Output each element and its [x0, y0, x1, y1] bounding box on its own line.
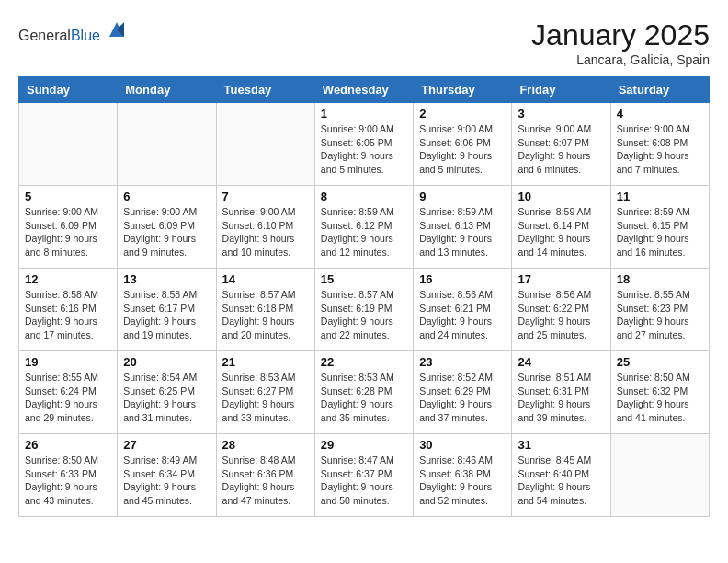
day-number: 16: [419, 272, 506, 286]
week-row-2: 12Sunrise: 8:58 AMSunset: 6:16 PMDayligh…: [19, 269, 710, 351]
day-info: Sunrise: 8:55 AMSunset: 6:24 PMDaylight:…: [25, 371, 111, 425]
day-cell: 21Sunrise: 8:53 AMSunset: 6:27 PMDayligh…: [216, 351, 314, 434]
day-number: 26: [25, 438, 111, 452]
day-info: Sunrise: 8:56 AMSunset: 6:22 PMDaylight:…: [518, 288, 604, 342]
day-cell: 29Sunrise: 8:47 AMSunset: 6:37 PMDayligh…: [314, 434, 413, 517]
day-number: 12: [25, 272, 111, 286]
day-number: 13: [123, 272, 210, 286]
day-number: 22: [321, 355, 407, 369]
day-info: Sunrise: 8:56 AMSunset: 6:21 PMDaylight:…: [419, 288, 506, 342]
day-number: 4: [617, 107, 703, 121]
calendar-body: 1Sunrise: 9:00 AMSunset: 6:05 PMDaylight…: [19, 103, 710, 517]
calendar-table: SundayMondayTuesdayWednesdayThursdayFrid…: [18, 76, 710, 517]
day-info: Sunrise: 9:00 AMSunset: 6:05 PMDaylight:…: [321, 122, 407, 177]
day-info: Sunrise: 8:57 AMSunset: 6:19 PMDaylight:…: [321, 288, 407, 342]
day-cell: [19, 103, 118, 186]
day-cell: 20Sunrise: 8:54 AMSunset: 6:25 PMDayligh…: [118, 351, 216, 434]
day-number: 24: [518, 355, 604, 369]
day-info: Sunrise: 8:45 AMSunset: 6:40 PMDaylight:…: [518, 454, 604, 508]
day-number: 6: [123, 190, 210, 203]
day-cell: 4Sunrise: 9:00 AMSunset: 6:08 PMDaylight…: [610, 103, 709, 186]
weekday-header-friday: Friday: [512, 77, 610, 103]
day-cell: 23Sunrise: 8:52 AMSunset: 6:29 PMDayligh…: [414, 351, 512, 434]
day-info: Sunrise: 8:47 AMSunset: 6:37 PMDaylight:…: [321, 454, 407, 508]
day-number: 8: [321, 190, 407, 203]
page-header: GeneralBlue January 2025 Lancara, Galici…: [18, 18, 710, 67]
day-number: 23: [419, 355, 506, 369]
day-info: Sunrise: 9:00 AMSunset: 6:09 PMDaylight:…: [25, 205, 111, 259]
day-cell: 26Sunrise: 8:50 AMSunset: 6:33 PMDayligh…: [19, 434, 118, 517]
day-cell: 18Sunrise: 8:55 AMSunset: 6:23 PMDayligh…: [610, 269, 709, 351]
day-info: Sunrise: 8:49 AMSunset: 6:34 PMDaylight:…: [123, 454, 210, 508]
day-cell: 15Sunrise: 8:57 AMSunset: 6:19 PMDayligh…: [314, 269, 413, 351]
day-number: 30: [419, 438, 506, 452]
week-row-1: 5Sunrise: 9:00 AMSunset: 6:09 PMDaylight…: [19, 186, 710, 269]
day-cell: 27Sunrise: 8:49 AMSunset: 6:34 PMDayligh…: [118, 434, 216, 517]
day-number: 27: [123, 438, 210, 452]
day-number: 10: [518, 190, 604, 203]
day-number: 2: [419, 107, 506, 121]
day-number: 9: [419, 190, 506, 203]
day-cell: 11Sunrise: 8:59 AMSunset: 6:15 PMDayligh…: [610, 186, 709, 269]
day-info: Sunrise: 9:00 AMSunset: 6:06 PMDaylight:…: [419, 122, 506, 177]
day-info: Sunrise: 9:00 AMSunset: 6:08 PMDaylight:…: [617, 122, 703, 177]
day-info: Sunrise: 9:00 AMSunset: 6:09 PMDaylight:…: [123, 205, 210, 259]
logo-general-text: General: [18, 28, 71, 43]
day-info: Sunrise: 8:54 AMSunset: 6:25 PMDaylight:…: [123, 371, 210, 425]
weekday-header-saturday: Saturday: [610, 77, 709, 103]
logo-blue-text: Blue: [71, 28, 100, 43]
weekday-header-tuesday: Tuesday: [216, 77, 314, 103]
day-info: Sunrise: 9:00 AMSunset: 6:10 PMDaylight:…: [222, 205, 309, 259]
day-info: Sunrise: 8:59 AMSunset: 6:15 PMDaylight:…: [617, 205, 703, 259]
day-number: 28: [222, 438, 309, 452]
day-number: 15: [321, 272, 407, 286]
logo-icon: [106, 18, 128, 40]
logo: GeneralBlue: [18, 18, 128, 44]
weekday-header-thursday: Thursday: [414, 77, 512, 103]
day-info: Sunrise: 8:55 AMSunset: 6:23 PMDaylight:…: [617, 288, 703, 342]
day-number: 11: [617, 190, 703, 203]
weekday-header-sunday: Sunday: [19, 77, 118, 103]
weekday-header-wednesday: Wednesday: [314, 77, 413, 103]
week-row-4: 26Sunrise: 8:50 AMSunset: 6:33 PMDayligh…: [19, 434, 710, 517]
day-info: Sunrise: 8:53 AMSunset: 6:27 PMDaylight:…: [222, 371, 309, 425]
day-info: Sunrise: 8:50 AMSunset: 6:33 PMDaylight:…: [25, 454, 111, 508]
calendar-subtitle: Lancara, Galicia, Spain: [531, 52, 710, 67]
week-row-3: 19Sunrise: 8:55 AMSunset: 6:24 PMDayligh…: [19, 351, 710, 434]
day-number: 3: [518, 107, 604, 121]
day-cell: 17Sunrise: 8:56 AMSunset: 6:22 PMDayligh…: [512, 269, 610, 351]
week-row-0: 1Sunrise: 9:00 AMSunset: 6:05 PMDaylight…: [19, 103, 710, 186]
day-cell: 22Sunrise: 8:53 AMSunset: 6:28 PMDayligh…: [314, 351, 413, 434]
day-number: 14: [222, 272, 309, 286]
day-info: Sunrise: 8:48 AMSunset: 6:36 PMDaylight:…: [222, 454, 309, 508]
day-number: 18: [617, 272, 703, 286]
day-cell: 10Sunrise: 8:59 AMSunset: 6:14 PMDayligh…: [512, 186, 610, 269]
day-info: Sunrise: 8:57 AMSunset: 6:18 PMDaylight:…: [222, 288, 309, 342]
day-info: Sunrise: 8:58 AMSunset: 6:17 PMDaylight:…: [123, 288, 210, 342]
day-cell: 9Sunrise: 8:59 AMSunset: 6:13 PMDaylight…: [414, 186, 512, 269]
day-number: 5: [25, 190, 111, 203]
day-cell: 19Sunrise: 8:55 AMSunset: 6:24 PMDayligh…: [19, 351, 118, 434]
day-number: 20: [123, 355, 210, 369]
weekday-header-row: SundayMondayTuesdayWednesdayThursdayFrid…: [19, 77, 710, 103]
day-cell: 25Sunrise: 8:50 AMSunset: 6:32 PMDayligh…: [610, 351, 709, 434]
day-info: Sunrise: 8:51 AMSunset: 6:31 PMDaylight:…: [518, 371, 604, 425]
day-info: Sunrise: 8:50 AMSunset: 6:32 PMDaylight:…: [617, 371, 703, 425]
day-info: Sunrise: 8:58 AMSunset: 6:16 PMDaylight:…: [25, 288, 111, 342]
day-info: Sunrise: 9:00 AMSunset: 6:07 PMDaylight:…: [518, 122, 604, 177]
day-cell: 14Sunrise: 8:57 AMSunset: 6:18 PMDayligh…: [216, 269, 314, 351]
day-number: 7: [222, 190, 309, 203]
day-cell: [118, 103, 216, 186]
day-cell: 12Sunrise: 8:58 AMSunset: 6:16 PMDayligh…: [19, 269, 118, 351]
day-cell: 6Sunrise: 9:00 AMSunset: 6:09 PMDaylight…: [118, 186, 216, 269]
day-number: 25: [617, 355, 703, 369]
day-number: 31: [518, 438, 604, 452]
day-cell: [610, 434, 709, 517]
weekday-header-monday: Monday: [118, 77, 216, 103]
day-number: 21: [222, 355, 309, 369]
day-number: 29: [321, 438, 407, 452]
day-cell: 30Sunrise: 8:46 AMSunset: 6:38 PMDayligh…: [414, 434, 512, 517]
day-cell: 31Sunrise: 8:45 AMSunset: 6:40 PMDayligh…: [512, 434, 610, 517]
day-info: Sunrise: 8:52 AMSunset: 6:29 PMDaylight:…: [419, 371, 506, 425]
day-number: 19: [25, 355, 111, 369]
